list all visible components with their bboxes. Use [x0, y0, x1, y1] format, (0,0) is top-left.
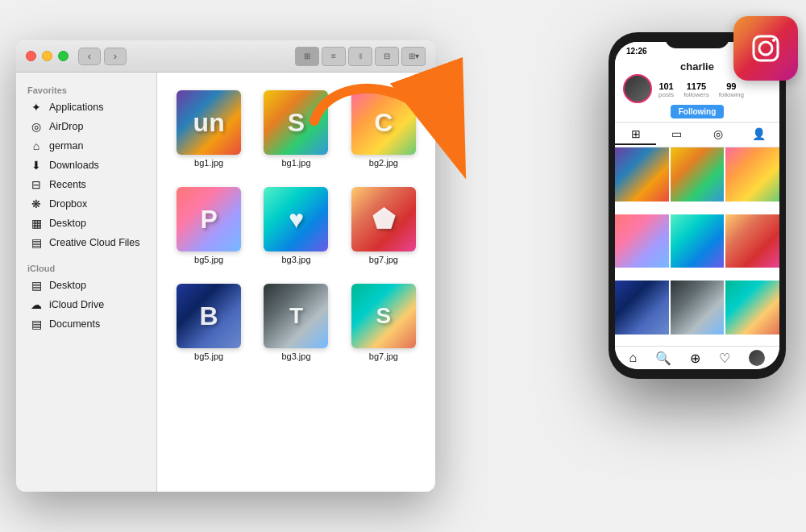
- file-item[interactable]: ⬟ bg7.jpg: [345, 182, 422, 269]
- ig-bottom-bar: ⌂ 🔍 ⊕ ♡: [615, 346, 779, 369]
- view-toggles: ⊞ ≡ ⫴ ⊟ ⊞▾: [295, 47, 426, 66]
- sidebar-item-recents[interactable]: ⊟ Recents: [19, 175, 153, 194]
- file-name: bg1.jpg: [281, 158, 310, 168]
- instagram-badge: [733, 16, 798, 81]
- file-thumbnail: un: [177, 90, 241, 155]
- traffic-lights: [26, 51, 69, 61]
- sidebar-item-creative-cloud[interactable]: ▤ Creative Cloud Files: [19, 233, 153, 252]
- sidebar-item-label: Desktop: [49, 218, 86, 229]
- tag-icon[interactable]: ◎: [697, 124, 738, 145]
- sidebar-item-label: Dropbox: [49, 198, 87, 210]
- list-view-button[interactable]: ≡: [322, 47, 346, 66]
- profile-avatar-icon[interactable]: [749, 350, 765, 366]
- sidebar-item-label: Applications: [49, 102, 103, 113]
- file-name: bg5.jpg: [194, 351, 223, 361]
- close-button[interactable]: [26, 51, 36, 61]
- ig-photo[interactable]: [671, 281, 725, 335]
- ig-stat-followers: 1175 followers: [683, 81, 709, 98]
- more-view-button[interactable]: ⊞▾: [401, 47, 426, 66]
- column-view-button[interactable]: ⫴: [348, 47, 372, 66]
- creative-cloud-icon: ▤: [29, 236, 44, 249]
- instagram-icon: [748, 31, 783, 66]
- sidebar-item-label: AirDrop: [49, 121, 83, 132]
- file-name: bg3.jpg: [281, 351, 310, 361]
- sidebar-item-label: Documents: [49, 318, 100, 330]
- sidebar-item-label: Downloads: [49, 160, 99, 171]
- home-icon[interactable]: ⌂: [629, 351, 638, 365]
- file-item[interactable]: P bg5.jpg: [170, 182, 247, 269]
- iphone-notch: [665, 32, 729, 48]
- iphone-screen: 12:26 ▲ ◼ ▐ charlie 101 posts 1175 f: [615, 42, 779, 369]
- file-item[interactable]: T bg3.jpg: [257, 279, 334, 366]
- maximize-button[interactable]: [58, 51, 69, 61]
- grid-view-icon[interactable]: ⊞: [615, 124, 656, 145]
- ig-stat-posts: 101 posts: [659, 81, 674, 98]
- ig-photo[interactable]: [671, 148, 725, 202]
- file-item[interactable]: ♥ bg3.jpg: [257, 182, 334, 269]
- file-item[interactable]: S bg1.jpg: [257, 85, 334, 172]
- sidebar-item-label: Creative Cloud Files: [49, 237, 140, 248]
- main-scene: ‹ › ⊞ ≡ ⫴ ⊟ ⊞▾ Favorites ✦ Applications: [8, 8, 798, 524]
- ig-stat-following: 99 following: [719, 81, 744, 98]
- ig-avatar: [623, 74, 652, 103]
- ig-photo[interactable]: [725, 281, 779, 335]
- documents-icon: ▤: [29, 318, 44, 330]
- follow-button[interactable]: Following: [671, 105, 725, 118]
- status-time: 12:26: [626, 47, 647, 56]
- tv-icon[interactable]: ▭: [656, 124, 697, 145]
- file-thumbnail: S: [264, 90, 328, 155]
- file-item[interactable]: C bg2.jpg: [345, 85, 422, 172]
- minimize-button[interactable]: [42, 51, 52, 61]
- sidebar-item-airdrop[interactable]: ◎ AirDrop: [19, 117, 153, 136]
- file-thumbnail: T: [264, 284, 328, 348]
- ig-photo[interactable]: [615, 148, 669, 202]
- file-name: bg7.jpg: [369, 351, 398, 361]
- sidebar-item-documents[interactable]: ▤ Documents: [19, 314, 153, 334]
- file-thumbnail: ♥: [264, 187, 328, 251]
- icloud-drive-icon: ☁: [29, 298, 44, 311]
- icon-view-button[interactable]: ⊞: [295, 47, 319, 66]
- file-item[interactable]: S bg7.jpg: [345, 279, 422, 366]
- ig-photo[interactable]: [615, 214, 669, 268]
- file-grid: un bg1.jpg S bg1.jpg C bg2.: [170, 85, 422, 366]
- sidebar-item-applications[interactable]: ✦ Applications: [19, 98, 153, 117]
- file-thumbnail: C: [351, 90, 416, 155]
- finder-titlebar: ‹ › ⊞ ≡ ⫴ ⊟ ⊞▾: [16, 40, 435, 73]
- search-icon[interactable]: 🔍: [655, 351, 671, 366]
- add-icon[interactable]: ⊕: [690, 351, 700, 366]
- nav-buttons: ‹ ›: [78, 48, 127, 65]
- sidebar-item-german[interactable]: ⌂ german: [19, 136, 153, 156]
- sidebar-item-downloads[interactable]: ⬇ Downloads: [19, 156, 153, 175]
- favorites-label: Favorites: [16, 81, 156, 98]
- file-thumbnail: P: [177, 187, 241, 251]
- ig-photo[interactable]: [725, 214, 779, 268]
- sidebar-item-dropbox[interactable]: ❋ Dropbox: [19, 194, 153, 214]
- file-thumbnail: ⬟: [351, 187, 416, 251]
- file-name: bg3.jpg: [281, 255, 310, 264]
- finder-body: Favorites ✦ Applications ◎ AirDrop ⌂ ger…: [16, 73, 435, 492]
- file-name: bg5.jpg: [194, 255, 223, 264]
- sidebar-item-icloud-drive[interactable]: ☁ iCloud Drive: [19, 295, 153, 314]
- person-icon[interactable]: 👤: [738, 124, 779, 145]
- dropbox-icon: ❋: [29, 197, 44, 210]
- icloud-desktop-icon: ▤: [29, 279, 44, 292]
- file-item[interactable]: B bg5.jpg: [170, 279, 247, 366]
- svg-point-2: [759, 42, 772, 55]
- sidebar-item-label: Desktop: [49, 280, 86, 291]
- file-thumbnail: S: [351, 284, 416, 348]
- heart-icon[interactable]: ♡: [719, 351, 730, 366]
- ig-photo[interactable]: [615, 281, 669, 335]
- file-name: bg1.jpg: [194, 158, 223, 168]
- forward-button[interactable]: ›: [104, 48, 127, 65]
- sidebar-item-icloud-desktop[interactable]: ▤ Desktop: [19, 276, 153, 295]
- ig-photo[interactable]: [671, 214, 725, 268]
- ig-photo[interactable]: [725, 148, 779, 202]
- sidebar-item-label: german: [49, 140, 83, 152]
- file-item[interactable]: un bg1.jpg: [170, 85, 247, 172]
- back-button[interactable]: ‹: [78, 48, 101, 65]
- sidebar-item-desktop[interactable]: ▦ Desktop: [19, 214, 153, 233]
- gallery-view-button[interactable]: ⊟: [375, 47, 399, 66]
- finder-window: ‹ › ⊞ ≡ ⫴ ⊟ ⊞▾ Favorites ✦ Applications: [16, 40, 435, 492]
- sidebar-item-label: Recents: [49, 179, 86, 190]
- file-name: bg2.jpg: [369, 158, 398, 168]
